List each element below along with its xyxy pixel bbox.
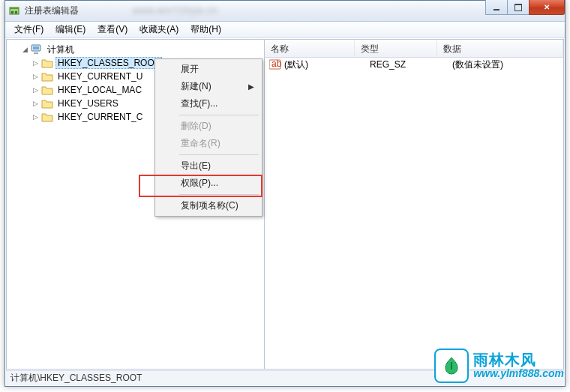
folder-icon bbox=[41, 98, 53, 109]
value-type: REG_SZ bbox=[370, 59, 452, 70]
watermark-logo-icon bbox=[434, 349, 469, 383]
content-area: ◢ 计算机 ▷ HKEY_CLASSES_ROOT ▷ HKEY_CURRENT… bbox=[6, 39, 564, 370]
separator bbox=[179, 115, 259, 115]
folder-icon bbox=[41, 112, 53, 122]
close-button[interactable] bbox=[529, 0, 565, 15]
cm-expand[interactable]: 展开 bbox=[157, 61, 260, 78]
svg-rect-2 bbox=[11, 11, 14, 13]
menu-view[interactable]: 查看(V) bbox=[92, 22, 134, 37]
titlebar[interactable]: 注册表编辑器 www.win7zhijia.cn bbox=[5, 1, 565, 22]
minimize-button[interactable] bbox=[485, 0, 508, 15]
column-name[interactable]: 名称 bbox=[265, 40, 355, 57]
expand-icon[interactable]: ▷ bbox=[31, 112, 40, 121]
svg-rect-3 bbox=[15, 11, 17, 13]
value-name: (默认) bbox=[284, 58, 370, 71]
status-path: 计算机\HKEY_CLASSES_ROOT bbox=[10, 372, 142, 385]
cm-new-label: 新建(N) bbox=[181, 80, 212, 93]
svg-text:ab: ab bbox=[272, 59, 281, 69]
expand-icon[interactable]: ▷ bbox=[31, 85, 40, 94]
cm-permissions[interactable]: 权限(P)... bbox=[157, 175, 260, 192]
cm-copy-key-name[interactable]: 复制项名称(C) bbox=[157, 197, 260, 214]
separator bbox=[179, 194, 259, 195]
maximize-button[interactable] bbox=[507, 0, 530, 15]
cm-find[interactable]: 查找(F)... bbox=[157, 95, 260, 112]
cm-rename: 重命名(R) bbox=[157, 135, 260, 152]
value-data: (数值未设置) bbox=[452, 58, 563, 71]
watermark-text: 雨林木风 www.ylmf888.com bbox=[473, 352, 564, 379]
watermark: 雨林木风 www.ylmf888.com bbox=[434, 349, 564, 383]
folder-icon bbox=[41, 58, 53, 68]
context-menu: 展开 新建(N)▶ 查找(F)... 删除(D) 重命名(R) 导出(E) 权限… bbox=[154, 58, 262, 217]
values-pane[interactable]: 名称 类型 数据 ab (默认) REG_SZ (数值未设置) bbox=[265, 39, 564, 370]
folder-icon bbox=[41, 71, 53, 82]
computer-icon bbox=[31, 44, 43, 55]
separator bbox=[179, 154, 259, 155]
expand-icon[interactable]: ▷ bbox=[31, 58, 40, 67]
blurred-text: www.win7zhijia.cn bbox=[133, 5, 328, 17]
list-header: 名称 类型 数据 bbox=[265, 40, 563, 58]
app-icon bbox=[8, 5, 20, 17]
column-data[interactable]: 数据 bbox=[437, 40, 563, 57]
menu-favorites[interactable]: 收藏夹(A) bbox=[134, 22, 184, 37]
folder-icon bbox=[41, 85, 53, 95]
watermark-cn: 雨林木风 bbox=[473, 352, 564, 368]
tree-item-label: HKEY_CURRENT_U bbox=[56, 70, 145, 82]
registry-editor-window: 注册表编辑器 www.win7zhijia.cn 文件(F) 编辑(E) 查看(… bbox=[4, 0, 566, 387]
cm-export[interactable]: 导出(E) bbox=[157, 157, 260, 175]
tree-item-label: HKEY_USERS bbox=[56, 97, 121, 109]
window-controls bbox=[486, 0, 565, 15]
tree-root[interactable]: ◢ 计算机 bbox=[10, 43, 264, 56]
collapse-icon[interactable]: ◢ bbox=[20, 45, 29, 54]
submenu-arrow-icon: ▶ bbox=[248, 82, 254, 91]
svg-rect-5 bbox=[33, 46, 39, 49]
expand-icon[interactable]: ▷ bbox=[31, 99, 40, 108]
menubar: 文件(F) 编辑(E) 查看(V) 收藏夹(A) 帮助(H) bbox=[5, 22, 565, 38]
cm-new[interactable]: 新建(N)▶ bbox=[157, 78, 260, 95]
expand-icon[interactable]: ▷ bbox=[31, 72, 40, 81]
menu-edit[interactable]: 编辑(E) bbox=[50, 22, 92, 37]
svg-rect-6 bbox=[34, 52, 38, 54]
tree-item-label: HKEY_CURRENT_C bbox=[56, 111, 145, 123]
tree-item-label: HKEY_CLASSES_ROOT bbox=[56, 57, 162, 69]
svg-rect-1 bbox=[10, 7, 19, 9]
cm-delete: 删除(D) bbox=[157, 118, 260, 135]
menu-help[interactable]: 帮助(H) bbox=[184, 22, 227, 37]
tree-item-label: HKEY_LOCAL_MAC bbox=[56, 84, 144, 96]
menu-file[interactable]: 文件(F) bbox=[8, 22, 50, 37]
list-row[interactable]: ab (默认) REG_SZ (数值未设置) bbox=[265, 58, 563, 71]
tree-root-label: 计算机 bbox=[45, 43, 76, 57]
column-type[interactable]: 类型 bbox=[355, 40, 437, 57]
watermark-url: www.ylmf888.com bbox=[473, 368, 564, 379]
string-value-icon: ab bbox=[269, 59, 281, 70]
list-body: ab (默认) REG_SZ (数值未设置) bbox=[265, 58, 563, 369]
